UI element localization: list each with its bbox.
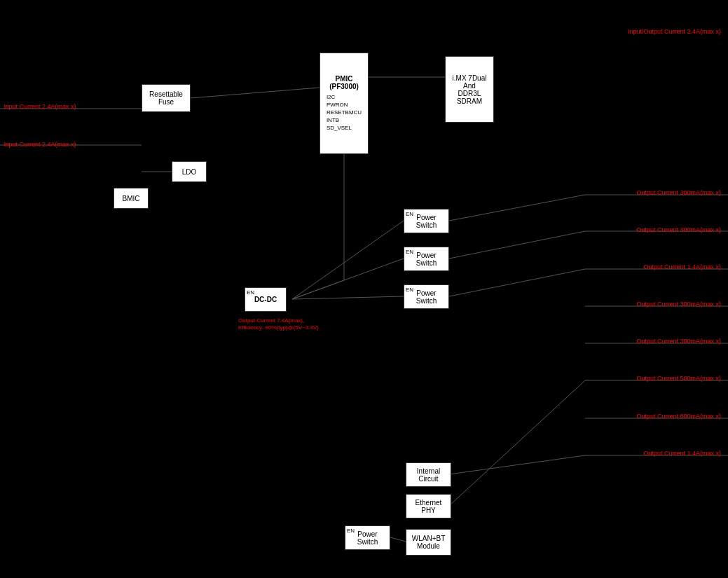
imx7-block: i.MX 7Dual And DDR3L SDRAM [445,56,494,123]
output-2-label: Output Current 300mA(max x) [636,226,721,233]
input-current-1-label: Input Current 2.4A(max x) [4,103,76,110]
power-switch-1-block: EN Power Switch [404,209,449,233]
output-6-label: Output Current 500mA(max x) [636,375,721,382]
ps3-en: EN [406,287,413,293]
ps3-label: Power Switch [416,289,437,305]
power-switch-3-block: EN Power Switch [404,284,449,309]
dcdc-block: EN DC-DC [245,287,287,312]
ldo-label: LDO [182,168,197,176]
resettable-fuse-block: Resettable Fuse [142,84,191,112]
ldo-block: LDO [172,161,207,182]
input-top-label: Input/Output Current 2.4A(max x) [628,28,721,35]
ethernet-phy-label: Ethernet PHY [415,499,442,514]
ethernet-phy-block: Ethernet PHY [406,494,451,518]
svg-line-8 [292,296,404,299]
power-switch-4-block: EN Power Switch [345,525,390,550]
output-7-label: Output Current 800mA(max x) [636,413,721,420]
imx7-label: i.MX 7Dual And DDR3L SDRAM [453,74,487,105]
output-4-label: Output Current 300mA(max x) [636,301,721,308]
svg-line-6 [292,221,404,299]
input-current-2-label: Input Current 2.4A(max x) [4,141,76,148]
svg-line-17 [292,280,344,299]
power-switch-2-block: EN Power Switch [404,247,449,271]
output-1-label: Output Current 300mA(max x) [636,189,721,196]
ps1-label: Power Switch [416,214,437,229]
svg-line-10 [449,231,585,259]
ps4-en: EN [347,528,355,534]
pmic-title: PMIC(PF3000) [329,75,359,90]
bmic-label: BMIC [123,195,140,202]
pmic-block: PMIC(PF3000) I2C PWRON RESETBMCU INTB SD… [320,53,369,154]
output-8-label: Output Current 1.4A(max x) [643,450,721,457]
svg-line-11 [449,269,585,296]
svg-line-14 [449,380,585,506]
output-3-label: Output Current 1.4A(max x) [643,263,721,270]
internal-circuit-block: Internal Circuit [406,462,451,487]
wlan-bt-label: WLAN+BT Module [412,535,446,550]
dcdc-label: DC-DC [254,296,277,303]
internal-circuit-label: Internal Circuit [417,467,440,483]
dcdc-en-label: EN [247,289,254,296]
ps4-label: Power Switch [357,530,378,546]
svg-line-7 [292,259,404,299]
svg-line-9 [449,195,585,221]
ps2-en: EN [406,249,413,255]
svg-line-15 [390,537,406,542]
pmic-signals: I2C PWRON RESETBMCU INTB SD_VSEL [327,93,362,132]
dcdc-output-label: Output Current 7.4A(max), Efficiency: 90… [238,317,319,331]
bmic-block: BMIC [114,188,149,209]
ps2-label: Power Switch [416,252,437,267]
ps1-en: EN [406,211,413,217]
output-5-label: Output Current 300mA(max x) [636,338,721,345]
svg-line-13 [449,455,585,474]
wlan-bt-block: WLAN+BT Module [406,529,451,556]
resettable-fuse-label: Resettable Fuse [149,90,183,106]
svg-line-2 [191,88,320,98]
